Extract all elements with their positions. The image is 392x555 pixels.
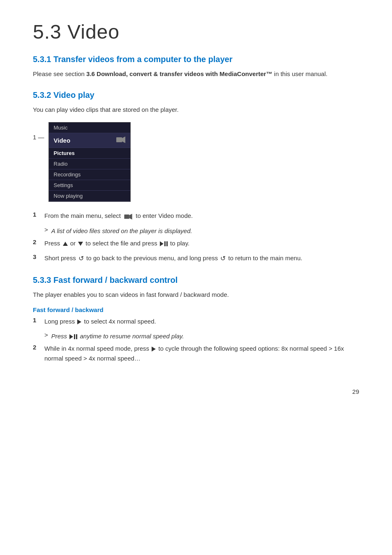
fast-forward-backward-subheading: Fast forward / backward xyxy=(33,306,359,313)
menu-number-label: 1 — xyxy=(33,134,44,141)
section-5-3-3-heading: 5.3.3 Fast forward / backward control xyxy=(33,275,359,285)
section-5-3-3: 5.3.3 Fast forward / backward control Th… xyxy=(33,275,359,363)
page-title: 5.3 Video xyxy=(33,21,359,43)
menu-item-recordings: Recordings xyxy=(49,169,130,180)
section-5-3-3-steps: 1 Long press to select 4x normal speed. … xyxy=(33,317,359,363)
step-2-1: 1 From the main menu, select to enter Vi… xyxy=(33,211,359,221)
page-number: 29 xyxy=(33,388,359,395)
section-5-3-2: 5.3.2 Video play You can play video clip… xyxy=(33,90,359,264)
section-5-3-2-steps: 1 From the main menu, select to enter Vi… xyxy=(33,211,359,264)
right-arrow-icon-1 xyxy=(77,319,81,324)
step-2-2: 2 Press or to select the file and press … xyxy=(33,238,359,248)
menu-item-music: Music xyxy=(49,123,130,133)
video-mode-icon xyxy=(116,136,125,144)
menu-box: Music Video Pictures Radio Recordings Se… xyxy=(48,122,131,202)
right-arrow-icon-2 xyxy=(152,347,156,352)
up-arrow-icon xyxy=(63,242,68,246)
video-select-icon xyxy=(123,211,133,221)
step-3-1-indent: > Press anytime to resume normal speed p… xyxy=(44,331,359,341)
down-arrow-icon xyxy=(78,242,83,246)
play-pause-icon-2 xyxy=(69,334,77,339)
step-2-1-indent: > A list of video files stored on the pl… xyxy=(44,226,359,236)
menu-item-radio: Radio xyxy=(49,159,130,169)
section-5-3-1: 5.3.1 Transfer videos from a computer to… xyxy=(33,55,359,79)
back-icon-long: ↺ xyxy=(220,253,226,264)
back-icon-short: ↺ xyxy=(78,253,84,264)
svg-rect-2 xyxy=(124,215,129,219)
menu-item-settings: Settings xyxy=(49,180,130,191)
menu-screenshot: 1 — Music Video Pictures Radio Recording… xyxy=(33,122,359,202)
section-5-3-2-intro: You can play video clips that are stored… xyxy=(33,105,359,115)
step-2-3: 3 Short press ↺ to go back to the previo… xyxy=(33,253,359,264)
section-5-3-1-heading: 5.3.1 Transfer videos from a computer to… xyxy=(33,55,359,64)
step-3-2: 2 While in 4x normal speed mode, press t… xyxy=(33,344,359,363)
section-5-3-2-heading: 5.3.2 Video play xyxy=(33,90,359,100)
svg-rect-0 xyxy=(116,137,122,142)
menu-item-video: Video xyxy=(49,133,130,148)
section-5-3-1-body: Please see section 3.6 Download, convert… xyxy=(33,69,359,79)
menu-item-nowplaying: Now playing xyxy=(49,191,130,201)
svg-marker-3 xyxy=(129,214,132,220)
svg-marker-1 xyxy=(122,136,125,143)
play-pause-icon xyxy=(160,241,168,246)
section-5-3-3-intro: The player enables you to scan videos in… xyxy=(33,290,359,300)
menu-item-pictures: Pictures xyxy=(49,148,130,159)
step-3-1: 1 Long press to select 4x normal speed. xyxy=(33,317,359,326)
